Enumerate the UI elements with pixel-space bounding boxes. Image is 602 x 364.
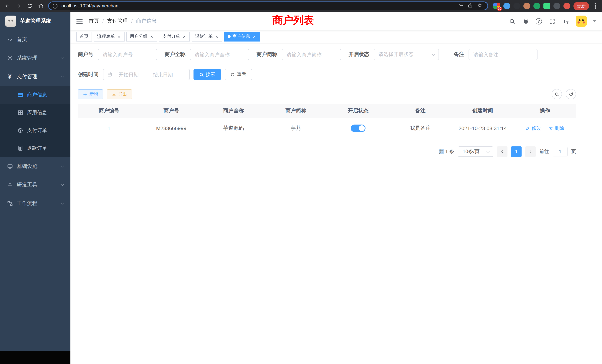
sidebar-item-app-info[interactable]: 应用信息 bbox=[0, 104, 70, 122]
status-toggle[interactable] bbox=[351, 125, 366, 132]
merchant-no-label: 商户号 bbox=[78, 51, 98, 58]
delete-link[interactable]: 删除 bbox=[549, 125, 564, 132]
sidebar-item-workflow[interactable]: 工作流程 bbox=[0, 194, 70, 213]
password-key-icon[interactable] bbox=[458, 3, 464, 9]
chevron-down-icon bbox=[486, 149, 490, 153]
end-date-input[interactable] bbox=[150, 71, 176, 78]
export-button[interactable]: 导出 bbox=[107, 89, 132, 99]
col-header-create-time: 创建时间 bbox=[452, 104, 514, 118]
extension-icon[interactable] bbox=[543, 3, 550, 9]
github-icon[interactable] bbox=[522, 17, 529, 25]
sidebar-item-label: 基础设施 bbox=[17, 163, 37, 170]
page-size-select[interactable]: 10条/页 bbox=[458, 146, 493, 157]
tab-home[interactable]: 首页 bbox=[76, 32, 92, 41]
download-icon bbox=[112, 92, 116, 96]
tab-close-icon[interactable] bbox=[149, 34, 154, 39]
goto-page-input[interactable] bbox=[553, 147, 568, 156]
refresh-table-button[interactable] bbox=[566, 89, 576, 99]
toggle-search-button[interactable] bbox=[552, 89, 562, 99]
tab-close-icon[interactable] bbox=[215, 34, 219, 39]
sidebar-item-merchant-info[interactable]: 商户信息 bbox=[0, 86, 70, 104]
payment-submenu: 商户信息 应用信息 支付订单 退款订单 bbox=[0, 86, 70, 157]
add-button[interactable]: 新增 bbox=[78, 89, 103, 99]
reset-button[interactable]: 重置 bbox=[225, 69, 252, 80]
remark-input[interactable] bbox=[469, 49, 538, 60]
sidebar-item-infrastructure[interactable]: 基础设施 bbox=[0, 157, 70, 176]
forward-icon[interactable] bbox=[15, 2, 22, 10]
sidebar-item-payment[interactable]: 支付管理 bbox=[0, 67, 70, 86]
trash-icon bbox=[549, 126, 553, 130]
sidebar-fold-icon[interactable] bbox=[76, 19, 83, 23]
tab-process-form[interactable]: 流程表单 bbox=[94, 32, 125, 41]
page-1-button[interactable]: 1 bbox=[511, 146, 522, 157]
chevron-down-icon bbox=[432, 52, 435, 56]
chevron-left-icon bbox=[500, 149, 505, 154]
dashboard-icon bbox=[7, 36, 13, 43]
create-time-range[interactable]: - bbox=[103, 69, 190, 80]
refresh-icon bbox=[569, 92, 573, 96]
pencil-icon bbox=[526, 126, 530, 130]
status-select[interactable]: 请选择开启状态 bbox=[374, 49, 439, 60]
tab-label: 首页 bbox=[80, 33, 89, 40]
extension-icon[interactable] bbox=[533, 3, 540, 9]
col-header-short-name: 商户简称 bbox=[265, 104, 327, 118]
extension-icon[interactable] bbox=[523, 3, 530, 9]
start-date-input[interactable] bbox=[115, 71, 142, 78]
breadcrumb-current: 商户信息 bbox=[136, 18, 157, 24]
home-icon[interactable] bbox=[37, 2, 44, 10]
sidebar-item-home[interactable]: 首页 bbox=[0, 30, 70, 49]
prev-page-button[interactable] bbox=[497, 146, 507, 157]
merchant-table: 商户编号 商户号 商户全称 商户简称 开启状态 备注 创建时间 操作 1 M23… bbox=[78, 104, 576, 139]
col-header-full-name: 商户全称 bbox=[202, 104, 265, 118]
extension-icon[interactable] bbox=[503, 3, 510, 9]
search-button[interactable]: 搜索 bbox=[194, 69, 221, 80]
extension-icon[interactable] bbox=[553, 3, 560, 9]
monitor-icon bbox=[7, 163, 13, 170]
help-icon[interactable] bbox=[536, 18, 542, 24]
sidebar-item-system[interactable]: 系统管理 bbox=[0, 49, 70, 67]
sidebar-item-label: 支付订单 bbox=[27, 127, 47, 134]
user-avatar[interactable] bbox=[576, 16, 587, 27]
fullscreen-icon[interactable] bbox=[548, 17, 556, 25]
font-size-icon[interactable] bbox=[562, 17, 569, 25]
short-name-input[interactable] bbox=[282, 49, 341, 60]
chevron-down-icon bbox=[61, 55, 64, 59]
address-bar[interactable]: localhost:1024/pay/merchant bbox=[48, 1, 488, 10]
breadcrumb-payment[interactable]: 支付管理 bbox=[107, 18, 128, 24]
tab-label: 用户分组 bbox=[130, 33, 148, 40]
browser-menu-icon[interactable] bbox=[595, 5, 596, 7]
back-icon[interactable] bbox=[4, 2, 11, 10]
cell-create-time: 2021-10-23 08:31:14 bbox=[452, 118, 514, 139]
tab-user-group[interactable]: 用户分组 bbox=[126, 32, 157, 41]
next-page-button[interactable] bbox=[525, 146, 536, 157]
col-header-actions: 操作 bbox=[514, 104, 576, 118]
col-header-merchant-id: 商户编号 bbox=[78, 104, 140, 118]
tab-refund-order[interactable]: 退款订单 bbox=[192, 32, 222, 41]
sidebar-item-refund-order[interactable]: 退款订单 bbox=[0, 139, 70, 157]
bookmark-star-icon[interactable] bbox=[477, 3, 484, 9]
search-icon[interactable] bbox=[508, 17, 516, 25]
profile-avatar-icon[interactable] bbox=[563, 3, 570, 9]
tab-merchant-info[interactable]: 商户信息 bbox=[224, 32, 260, 41]
chevron-down-icon bbox=[61, 182, 64, 186]
app-logo-area[interactable]: 芋道管理系统 bbox=[0, 12, 70, 30]
full-name-input[interactable] bbox=[190, 49, 249, 60]
tab-label: 流程表单 bbox=[97, 33, 115, 40]
sidebar-item-dev-tools[interactable]: 研发工具 bbox=[0, 176, 70, 194]
extension-icon[interactable]: 10 bbox=[493, 3, 500, 9]
site-info-icon[interactable] bbox=[53, 3, 57, 8]
tab-close-icon[interactable] bbox=[252, 34, 257, 39]
sidebar-item-pay-order[interactable]: 支付订单 bbox=[0, 122, 70, 139]
breadcrumb-home[interactable]: 首页 bbox=[89, 18, 99, 24]
extensions-area: 10 更新 bbox=[492, 2, 598, 10]
edit-link[interactable]: 修改 bbox=[526, 125, 541, 132]
browser-update-button[interactable]: 更新 bbox=[573, 2, 589, 10]
extension-icon[interactable] bbox=[513, 3, 520, 9]
reload-icon[interactable] bbox=[26, 2, 33, 10]
merchant-no-input[interactable] bbox=[98, 49, 157, 60]
avatar-caret-icon[interactable] bbox=[593, 20, 596, 22]
tab-close-icon[interactable] bbox=[117, 34, 121, 39]
tab-close-icon[interactable] bbox=[182, 34, 186, 39]
tab-pay-order[interactable]: 支付订单 bbox=[159, 32, 190, 41]
share-icon[interactable] bbox=[467, 3, 474, 9]
